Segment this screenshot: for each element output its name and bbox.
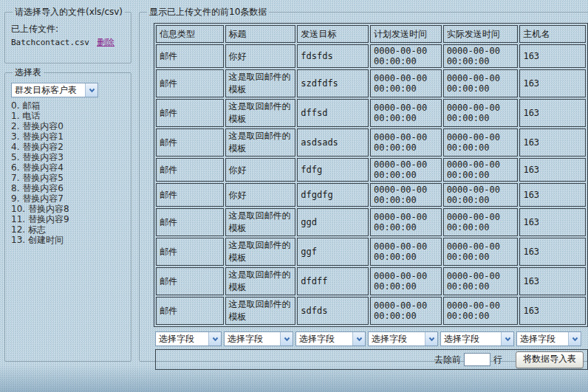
field-list-item: 6. 替换内容4 [11, 162, 126, 173]
cell-actual: 0000-00-00 00:00:00 [443, 267, 519, 295]
cell-title: 这是取回邮件的模板 [225, 297, 296, 325]
uploaded-file-label: 已上传文件: [11, 23, 126, 35]
field-list-item: 5. 替换内容3 [11, 152, 126, 162]
cell-target: asdsads [297, 128, 369, 157]
cell-type: 邮件 [156, 99, 224, 127]
cell-actual: 0000-00-00 00:00:00 [443, 297, 519, 325]
field-list-item: 0. 邮箱 [11, 100, 126, 111]
cell-title: 这是取回邮件的模板 [225, 69, 296, 97]
remove-rows-label-suffix: 行 [493, 354, 502, 366]
cell-target: fdsfds [297, 44, 369, 68]
chevron-down-icon [352, 332, 365, 345]
cell-title: 这是取回邮件的模板 [225, 238, 296, 266]
table-row: 邮件这是取回邮件的模板sdfds0000-00-00 00:00:000000-… [156, 297, 586, 325]
cell-type: 邮件 [156, 238, 224, 266]
field-select-value: 选择字段 [299, 333, 335, 345]
cell-planned: 0000-00-00 00:00:00 [370, 297, 442, 325]
remove-rows-input[interactable] [464, 353, 490, 366]
cell-type: 邮件 [156, 297, 224, 325]
delete-file-link[interactable]: 删除 [97, 37, 114, 47]
field-select[interactable]: 选择字段 [368, 331, 438, 346]
remove-rows-label-prefix: 去除前 [434, 354, 461, 366]
field-list-item: 9. 替换内容7 [11, 193, 126, 204]
field-list-item: 3. 替换内容1 [11, 131, 126, 142]
field-list-item: 8. 替换内容6 [11, 183, 126, 193]
target-table-select-value: 群发目标客户表 [15, 84, 77, 97]
cell-host: 163 [519, 69, 586, 97]
cell-planned: 0000-00-00 00:00:00 [370, 44, 442, 68]
cell-target: fdfg [297, 158, 369, 182]
target-table-select[interactable]: 群发目标客户表 [11, 83, 98, 97]
cell-type: 邮件 [156, 128, 224, 157]
cell-planned: 0000-00-00 00:00:00 [370, 99, 442, 127]
cell-host: 163 [519, 208, 586, 236]
table-select-fieldset: 选择表 群发目标客户表 0. 邮箱1. 电话2. 替换内容03. 替换内容14.… [4, 66, 131, 362]
field-select[interactable]: 选择字段 [295, 331, 366, 346]
field-index-list: 0. 邮箱1. 电话2. 替换内容03. 替换内容14. 替换内容25. 替换内… [11, 100, 126, 245]
cell-target: szdfdfs [297, 69, 369, 97]
preview-fieldset-legend: 显示已上传文件的前10条数据 [147, 6, 269, 18]
table-header-row: 信息类型标题发送目标计划发送时间实际发送时间主机名 [156, 25, 586, 43]
chevron-down-icon [501, 332, 513, 345]
column-header: 信息类型 [156, 25, 224, 43]
table-row: 邮件这是取回邮件的模板dffsd0000-00-00 00:00:000000-… [156, 99, 586, 127]
cell-target: sdfds [297, 297, 369, 325]
cell-actual: 0000-00-00 00:00:00 [443, 99, 519, 127]
cell-actual: 0000-00-00 00:00:00 [443, 238, 519, 266]
table-fieldset-legend: 选择表 [13, 66, 44, 79]
field-list-item: 1. 电话 [11, 111, 126, 121]
cell-type: 邮件 [156, 69, 224, 97]
table-row: 邮件这是取回邮件的模板dfdff0000-00-00 00:00:000000-… [156, 267, 586, 295]
column-header: 实际发送时间 [443, 25, 519, 43]
cell-title: 这是取回邮件的模板 [225, 128, 296, 157]
preview-fieldset: 显示已上传文件的前10条数据 信息类型标题发送目标计划发送时间实际发送时间主机名… [139, 6, 588, 362]
cell-type: 邮件 [156, 44, 224, 68]
field-select-value: 选择字段 [159, 333, 194, 345]
field-select-value: 选择字段 [372, 333, 407, 345]
cell-actual: 0000-00-00 00:00:00 [443, 183, 519, 207]
field-list-item: 7. 替换内容5 [11, 173, 126, 183]
cell-host: 163 [519, 99, 586, 127]
table-row: 邮件你好fdfg0000-00-00 00:00:000000-00-00 00… [156, 158, 586, 182]
table-row: 邮件这是取回邮件的模板ggf0000-00-00 00:00:000000-00… [156, 238, 586, 266]
field-select-value: 选择字段 [444, 333, 479, 345]
table-row: 邮件这是取回邮件的模板asdsads0000-00-00 00:00:00000… [156, 128, 586, 157]
cell-title: 这是取回邮件的模板 [225, 267, 296, 295]
field-select-value: 选择字段 [520, 333, 555, 345]
field-select[interactable]: 选择字段 [516, 331, 581, 346]
column-header: 主机名 [519, 25, 586, 43]
cell-host: 163 [519, 238, 586, 266]
chevron-down-icon [85, 83, 98, 97]
chevron-down-icon [208, 332, 221, 345]
cell-planned: 0000-00-00 00:00:00 [370, 267, 442, 295]
cell-type: 邮件 [156, 267, 224, 295]
column-header: 标题 [225, 25, 296, 43]
column-header: 发送目标 [297, 25, 369, 43]
chevron-down-icon [280, 332, 293, 345]
field-list-item: 11. 替换内容9 [11, 214, 126, 224]
cell-title: 这是取回邮件的模板 [225, 208, 296, 236]
cell-actual: 0000-00-00 00:00:00 [443, 69, 519, 97]
table-row: 邮件这是取回邮件的模板szdfdfs0000-00-00 00:00:00000… [156, 69, 586, 97]
action-bar: 去除前 行 将数据导入表 [155, 349, 588, 370]
cell-target: ggf [297, 238, 369, 266]
uploaded-file-name: Batchcontact.csv [11, 38, 89, 47]
chevron-down-icon [568, 332, 581, 345]
field-mapping-row: 选择字段选择字段选择字段选择字段选择字段选择字段 [155, 331, 588, 346]
field-select[interactable]: 选择字段 [440, 331, 514, 346]
cell-actual: 0000-00-00 00:00:00 [443, 128, 519, 157]
cell-target: dfgdfg [297, 183, 369, 207]
cell-type: 邮件 [156, 183, 224, 207]
cell-host: 163 [519, 44, 586, 68]
chevron-down-icon [425, 332, 437, 345]
field-select[interactable]: 选择字段 [224, 331, 293, 346]
import-data-button[interactable]: 将数据导入表 [516, 351, 584, 368]
cell-title: 你好 [225, 158, 296, 182]
field-select[interactable]: 选择字段 [155, 331, 222, 346]
field-select-value: 选择字段 [228, 333, 263, 345]
cell-type: 邮件 [156, 158, 224, 182]
field-list-item: 4. 替换内容2 [11, 142, 126, 152]
cell-planned: 0000-00-00 00:00:00 [370, 128, 442, 157]
cell-planned: 0000-00-00 00:00:00 [370, 208, 442, 236]
cell-host: 163 [519, 267, 586, 295]
